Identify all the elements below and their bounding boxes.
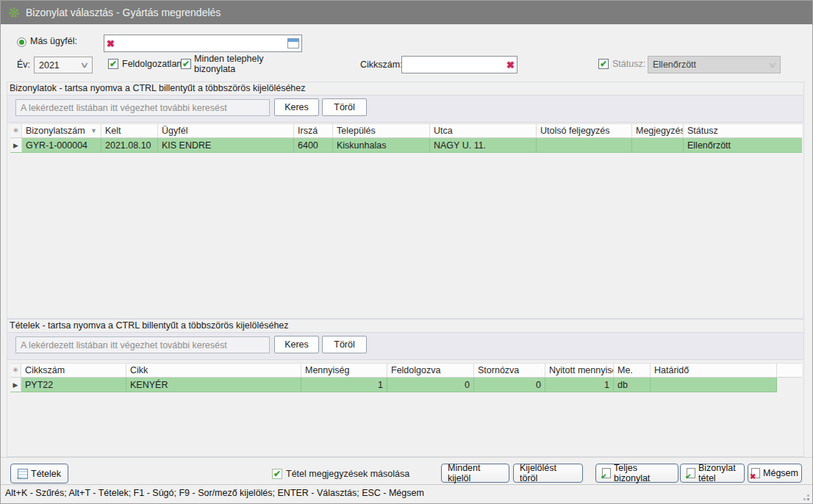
- unprocessed-label: Feldolgozatlan: [122, 59, 182, 69]
- column-header-kelt[interactable]: Kelt: [101, 123, 158, 138]
- item-number-input[interactable]: [402, 60, 504, 70]
- cell-irsza[interactable]: 6400: [294, 138, 333, 153]
- other-customer-field[interactable]: ✖: [104, 35, 302, 52]
- cell-bizonylatszam[interactable]: GYR-1-000004: [22, 138, 101, 153]
- select-all-corner[interactable]: ✳: [10, 363, 21, 378]
- year-select[interactable]: 2021 ∨: [34, 57, 93, 73]
- clear-item-number-icon[interactable]: ✖: [504, 60, 517, 70]
- full-document-button[interactable]: ✔ Teljes bizonylat: [595, 464, 678, 483]
- other-customer-radio[interactable]: [17, 37, 26, 47]
- status-value: Ellenőrzött: [653, 60, 696, 70]
- documents-clear-button[interactable]: Töröl: [322, 98, 367, 116]
- items-section: Tételek - tartsa nyomva a CTRL billentyű…: [7, 319, 804, 457]
- customer-lookup-icon[interactable]: [287, 38, 299, 48]
- item-number-field[interactable]: ✖: [401, 56, 517, 73]
- column-header-irsza[interactable]: Irszá: [294, 123, 333, 138]
- document-x-icon: ✖: [751, 468, 760, 478]
- other-customer-input[interactable]: [117, 38, 287, 48]
- documents-table-row[interactable]: ▶ GYR-1-000004 2021.08.10 KIS ENDRE 6400…: [10, 138, 802, 153]
- cell-cikkszam[interactable]: PYT22: [21, 378, 126, 392]
- cell-mennyiseg[interactable]: 1: [301, 378, 387, 392]
- status-filter-checkbox[interactable]: ✔: [598, 59, 609, 69]
- column-header-hatarido[interactable]: Határidő: [651, 363, 777, 378]
- cell-kelt[interactable]: 2021.08.10: [101, 138, 158, 153]
- column-header-feldolgozva[interactable]: Feldolgozva: [387, 363, 474, 378]
- documents-search-field[interactable]: [15, 99, 270, 116]
- items-table: ✳ Cikkszám Cikk Mennyiség Feldolgozva St…: [10, 363, 802, 392]
- column-header-bizonylatszam[interactable]: Bizonylatszám ▼: [22, 123, 101, 138]
- cell-ugyfel[interactable]: KIS ENDRE: [158, 138, 294, 153]
- row-arrow-icon: ▶: [10, 378, 21, 392]
- year-value: 2021: [39, 60, 60, 71]
- cell-utolso-feljegyzes[interactable]: [537, 138, 632, 153]
- select-all-corner[interactable]: ✳: [10, 123, 22, 138]
- select-all-button[interactable]: Mindent kijelöl: [441, 464, 509, 483]
- column-header-megjegyzes[interactable]: Megjegyzés: [632, 123, 684, 138]
- header-filler: [777, 363, 802, 378]
- cell-me[interactable]: db: [614, 378, 651, 392]
- column-header-cikkszam[interactable]: Cikkszám: [21, 363, 126, 378]
- items-search-button[interactable]: Keres: [274, 336, 319, 353]
- status-bar: Alt+K - Szűrés; Alt+T - Tételek; F1 - Sú…: [1, 484, 812, 503]
- cell-utca[interactable]: NAGY U. 11.: [430, 138, 537, 153]
- column-header-cikk[interactable]: Cikk: [126, 363, 301, 378]
- footer-bar: ← Tételek ✔ Tétel megjegyzések másolása …: [1, 457, 812, 487]
- items-search-input[interactable]: [16, 337, 269, 353]
- cell-hatarido[interactable]: [651, 378, 777, 392]
- asterisk-icon: ✳: [10, 363, 21, 378]
- arrow-left-icon: ←: [15, 473, 23, 480]
- check-icon: ✔: [273, 469, 282, 478]
- documents-table: ✳ Bizonylatszám ▼ Kelt Ügyfél Irszá Tele…: [10, 123, 802, 153]
- items-table-row[interactable]: ▶ PYT22 KENYÉR 1 0 0 1 db: [10, 378, 802, 392]
- column-header-utca[interactable]: Utca: [430, 123, 537, 138]
- check-icon: ✔: [109, 60, 118, 68]
- documents-search-input[interactable]: [16, 100, 269, 115]
- documents-section: Bizonylatok - tartsa nyomva a CTRL bille…: [7, 82, 804, 319]
- column-header-nyitott-mennyiseg[interactable]: Nyitott mennyiség: [545, 363, 614, 378]
- items-search-field[interactable]: [15, 336, 270, 353]
- cell-cikk[interactable]: KENYÉR: [126, 378, 301, 392]
- check-icon: ✔: [182, 60, 190, 68]
- cell-telepules[interactable]: Kiskunhalas: [333, 138, 430, 153]
- cell-nyitott-mennyiseg[interactable]: 1: [545, 378, 614, 392]
- row-arrow-icon: ▶: [10, 138, 22, 153]
- column-header-utolso-feljegyzes[interactable]: Utolsó feljegyzés: [537, 123, 632, 138]
- cancel-button[interactable]: ✖ Mégsem: [748, 464, 802, 483]
- sort-down-icon: ▼: [90, 123, 97, 138]
- chevron-down-icon: ∨: [80, 60, 90, 70]
- titlebar: Bizonylat választás - Gyártás megrendelé…: [1, 1, 812, 24]
- all-sites-label: Minden telephely bizonylata: [194, 54, 276, 74]
- column-header-stornozva[interactable]: Stornózva: [474, 363, 545, 378]
- items-button[interactable]: ← Tételek: [10, 464, 68, 483]
- copy-item-notes-checkbox[interactable]: ✔: [272, 469, 282, 479]
- items-header-row: ✳ Cikkszám Cikk Mennyiség Feldolgozva St…: [10, 363, 802, 378]
- column-header-mennyiseg[interactable]: Mennyiség: [301, 363, 387, 378]
- unprocessed-checkbox[interactable]: ✔: [108, 59, 118, 69]
- all-sites-checkbox[interactable]: ✔: [181, 59, 191, 69]
- column-header-telepules[interactable]: Település: [333, 123, 430, 138]
- cell-feldolgozva[interactable]: 0: [387, 378, 474, 392]
- document-check-icon: ✔: [687, 468, 695, 478]
- clear-selection-button[interactable]: Kijelölést töröl: [513, 464, 583, 483]
- bizonylat-valasztas-window: Bizonylat választás - Gyártás megrendelé…: [0, 0, 813, 504]
- cell-megjegyzes[interactable]: [632, 138, 684, 153]
- items-section-title: Tételek - tartsa nyomva a CTRL billentyű…: [10, 320, 289, 331]
- items-clear-button[interactable]: Töröl: [322, 336, 367, 353]
- status-select: Ellenőrzött ∨: [648, 56, 781, 73]
- cell-statusz[interactable]: Ellenőrzött: [684, 138, 802, 153]
- document-check-icon: ✔: [602, 468, 611, 478]
- column-header-me[interactable]: Me.: [614, 363, 651, 378]
- documents-search-button[interactable]: Keres: [274, 98, 319, 116]
- items-table-icon: ←: [18, 469, 28, 479]
- document-item-button[interactable]: ✔ Bizonylat tétel: [680, 464, 745, 483]
- column-header-statusz[interactable]: Státusz: [684, 123, 802, 138]
- column-header-ugyfel[interactable]: Ügyfél: [158, 123, 294, 138]
- chevron-down-icon: ∨: [768, 60, 778, 70]
- resize-grip[interactable]: [807, 498, 809, 500]
- status-bar-text: Alt+K - Szűrés; Alt+T - Tételek; F1 - Sú…: [5, 488, 424, 498]
- clear-customer-icon[interactable]: ✖: [104, 39, 117, 48]
- documents-section-title: Bizonylatok - tartsa nyomva a CTRL bille…: [10, 83, 306, 93]
- year-label: Év:: [17, 60, 30, 70]
- cell-stornozva[interactable]: 0: [474, 378, 545, 392]
- check-icon: ✔: [599, 60, 608, 68]
